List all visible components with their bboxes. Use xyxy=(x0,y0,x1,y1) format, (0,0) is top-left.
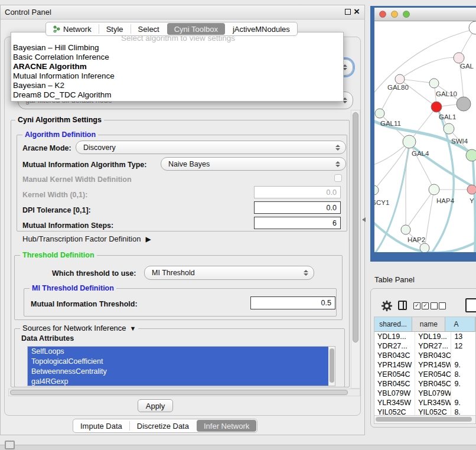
network-nodes xyxy=(374,21,476,252)
popup-item-mutual-information[interactable]: Mutual Information Inference xyxy=(11,71,343,81)
network-window-titlebar xyxy=(374,8,476,21)
tab-network-label: Network xyxy=(63,25,92,34)
combo-stepper-icon xyxy=(335,145,340,151)
list-item-selfloops[interactable]: SelfLoops xyxy=(28,347,332,357)
popup-item-basic-correlation[interactable]: Basic Correlation Inference xyxy=(11,53,343,62)
node-hap2[interactable] xyxy=(401,225,410,234)
table-row[interactable]: YBR045C YBR045C 9. xyxy=(374,379,475,389)
node-gal10[interactable] xyxy=(429,79,439,88)
unchecked-box-icon xyxy=(439,302,446,309)
apply-button[interactable]: Apply xyxy=(138,399,173,412)
node-label: GAL xyxy=(460,63,474,70)
table-row[interactable]: YBR043C YBR043C xyxy=(374,351,475,360)
node-label: Y xyxy=(470,197,474,204)
node[interactable] xyxy=(457,97,471,111)
table-row[interactable]: YIL052C YIL052C 8. xyxy=(374,407,475,415)
cell-shared-name: YPR145W xyxy=(374,360,415,370)
tab-network[interactable]: Network xyxy=(46,23,99,35)
network-tab-icon xyxy=(53,25,60,32)
cell-value: 8. xyxy=(451,370,475,379)
column-header-shared-name[interactable]: shared... xyxy=(374,317,412,332)
mac-minimize-button[interactable] xyxy=(392,11,398,18)
node[interactable] xyxy=(454,53,464,63)
node-gal80[interactable] xyxy=(395,74,405,84)
dpi-tolerance-label: DPI Tolerance [0,1]: xyxy=(22,206,91,214)
cell-name: YPR145W xyxy=(415,360,451,370)
node[interactable] xyxy=(467,185,476,194)
tab-jactivemnodules[interactable]: jActiveMNodules xyxy=(226,23,297,35)
float-icon[interactable] xyxy=(345,9,351,15)
select-all-checkboxes-icon[interactable]: ✓ ✓ xyxy=(413,302,429,309)
cell-value: 9. xyxy=(451,398,475,407)
mi-type-label: Mutual Information Algorithm Type: xyxy=(22,161,146,169)
cell-shared-name: YER054C xyxy=(374,370,415,379)
new-table-icon[interactable] xyxy=(465,298,476,312)
popup-item-bayesian-hill-climbing[interactable]: Bayesian – Hill Climbing xyxy=(11,43,343,53)
collapsed-arrow-icon: ▶ xyxy=(145,235,151,243)
node-hap4[interactable] xyxy=(429,184,439,195)
tab-infer-network[interactable]: Infer Network xyxy=(197,420,256,432)
tab-discretize-data[interactable]: Discretize Data xyxy=(130,420,196,432)
mi-type-combobox[interactable]: Naive Bayes xyxy=(161,157,346,171)
list-scrollbar-thumb[interactable] xyxy=(330,348,334,383)
mac-close-button[interactable] xyxy=(380,11,386,18)
tab-select[interactable]: Select xyxy=(131,23,167,35)
tab-impute-data[interactable]: Impute Data xyxy=(73,420,129,432)
cell-name: YIL052C xyxy=(415,407,451,415)
node-swi4[interactable] xyxy=(444,123,454,134)
column-header-name[interactable]: name xyxy=(412,317,445,332)
close-icon[interactable]: × xyxy=(354,6,360,18)
table-row[interactable]: YDL19... YDL19... 13 xyxy=(374,332,475,341)
sources-title-toggle[interactable]: Sources for Network Inference ▼ xyxy=(20,324,138,332)
kernel-width-field[interactable]: 0.0 xyxy=(254,186,341,198)
node-gal1[interactable] xyxy=(431,102,442,112)
table-hscrollbar-track[interactable] xyxy=(374,415,476,423)
tab-cyni-toolbox[interactable]: Cyni Toolbox xyxy=(167,23,225,35)
popup-item-bayesian-k2[interactable]: Bayesian – K2 xyxy=(11,81,343,90)
columns-icon-divider xyxy=(403,302,404,309)
table-row[interactable]: YBL079W YBL079W xyxy=(374,389,475,398)
gear-icon[interactable] xyxy=(381,300,393,312)
list-item-topologicalcoefficient[interactable]: TopologicalCoefficient xyxy=(28,357,332,367)
checked-box-icon: ✓ xyxy=(422,302,429,309)
bottom-left-mini-button[interactable] xyxy=(5,441,15,449)
cell-name: YBR045C xyxy=(415,379,451,389)
which-threshold-combobox[interactable]: MI Threshold xyxy=(144,266,314,280)
mac-zoom-button[interactable] xyxy=(403,11,410,18)
splitpane-collapse-arrow[interactable] xyxy=(362,217,366,222)
popup-item-dream8[interactable]: Dream8 DC_TDC Algorithm xyxy=(11,90,343,100)
columns-icon[interactable] xyxy=(398,301,407,310)
deselect-all-checkboxes-icon[interactable] xyxy=(431,302,446,309)
table-row[interactable]: YPR145W YPR145W 9. xyxy=(374,360,475,370)
popup-item-aracne[interactable]: ARACNE Algorithm xyxy=(11,62,343,71)
node[interactable] xyxy=(420,243,429,252)
mi-threshold-field[interactable]: 0.5 xyxy=(250,296,335,309)
node-gal11[interactable] xyxy=(375,109,384,118)
dpi-tolerance-field[interactable]: 0.0 xyxy=(254,201,341,214)
list-item-betweennesscentrality[interactable]: BetweennessCentrality xyxy=(28,367,332,377)
tab-cyni-toolbox-label: Cyni Toolbox xyxy=(174,25,218,34)
aracne-mode-combobox[interactable]: Discovery xyxy=(76,141,346,154)
node-gcy1[interactable] xyxy=(374,185,379,195)
node-gal4[interactable] xyxy=(403,135,416,148)
tab-style[interactable]: Style xyxy=(99,23,131,35)
manual-kernel-checkbox[interactable] xyxy=(334,174,342,182)
network-canvas[interactable]: GAL GAL80 GAL10 GAL1 GAL11 SWI4 GAL4 GCY… xyxy=(374,21,476,252)
settings-vscrollbar-thumb[interactable] xyxy=(353,112,358,343)
node-label: GAL1 xyxy=(439,113,456,120)
table-hscrollbar-thumb[interactable] xyxy=(376,417,472,422)
settings-hscrollbar-thumb[interactable] xyxy=(10,390,348,395)
threshold-definition-title: Threshold Definition xyxy=(20,251,97,259)
tab-jactivemnodules-label: jActiveMNodules xyxy=(233,25,290,34)
node-label: GAL80 xyxy=(387,84,409,91)
node[interactable] xyxy=(469,21,476,34)
mi-steps-field[interactable]: 6 xyxy=(254,217,341,229)
list-item-gal4rgexp[interactable]: gal4RGexp xyxy=(28,377,332,386)
table-row[interactable]: YER054C YER054C 8. xyxy=(374,370,475,379)
hub-definition-toggle[interactable]: Hub/Transcription Factor Definition ▶ xyxy=(22,234,151,243)
network-edges-teal xyxy=(374,111,476,252)
table-row[interactable]: YDR27... YDR27... 12 xyxy=(374,341,475,351)
node[interactable] xyxy=(466,149,476,161)
column-header-clipped[interactable]: A xyxy=(445,317,475,332)
table-row[interactable]: YLR345W YLR345W 9. xyxy=(374,398,475,407)
